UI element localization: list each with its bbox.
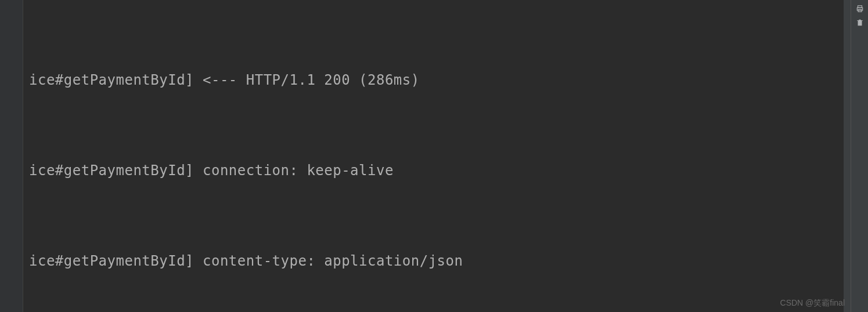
scrollbar-vertical[interactable] [844, 0, 851, 312]
watermark: CSDN @笑霸final [780, 298, 845, 309]
log-line: ice#getPaymentById] <--- HTTP/1.1 200 (2… [29, 65, 845, 95]
log-line: ice#getPaymentById] content-type: applic… [29, 246, 845, 276]
log-line: ice#getPaymentById] connection: keep-ali… [29, 155, 845, 186]
trash-icon[interactable] [855, 17, 865, 28]
log-console[interactable]: ice#getPaymentById] <--- HTTP/1.1 200 (2… [29, 5, 845, 312]
right-toolbar [851, 0, 868, 312]
left-gutter [0, 0, 23, 312]
print-icon[interactable] [855, 3, 865, 14]
